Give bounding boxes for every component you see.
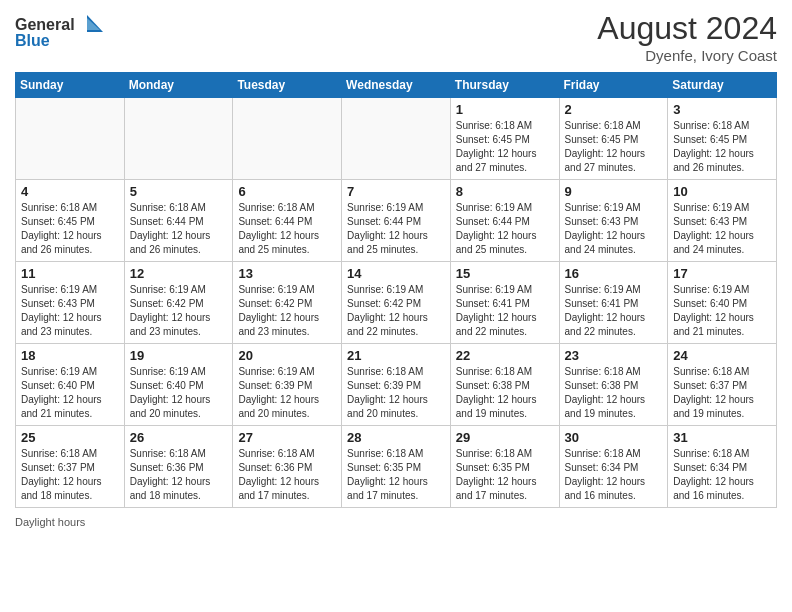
calendar-day-cell: 9Sunrise: 6:19 AMSunset: 6:43 PMDaylight… [559,180,668,262]
day-number: 25 [21,430,119,445]
calendar-day-cell: 31Sunrise: 6:18 AMSunset: 6:34 PMDayligh… [668,426,777,508]
day-info: Sunrise: 6:18 AMSunset: 6:39 PMDaylight:… [347,365,445,421]
calendar-day-cell: 1Sunrise: 6:18 AMSunset: 6:45 PMDaylight… [450,98,559,180]
calendar-day-cell: 3Sunrise: 6:18 AMSunset: 6:45 PMDaylight… [668,98,777,180]
day-info: Sunrise: 6:19 AMSunset: 6:40 PMDaylight:… [673,283,771,339]
calendar-day-cell: 12Sunrise: 6:19 AMSunset: 6:42 PMDayligh… [124,262,233,344]
day-info: Sunrise: 6:18 AMSunset: 6:36 PMDaylight:… [238,447,336,503]
calendar-header-row: SundayMondayTuesdayWednesdayThursdayFrid… [16,73,777,98]
logo-icon: General Blue [15,10,105,55]
day-number: 19 [130,348,228,363]
calendar-day-cell: 18Sunrise: 6:19 AMSunset: 6:40 PMDayligh… [16,344,125,426]
calendar-day-cell: 13Sunrise: 6:19 AMSunset: 6:42 PMDayligh… [233,262,342,344]
calendar-day-cell [342,98,451,180]
logo: General Blue [15,10,105,59]
day-info: Sunrise: 6:19 AMSunset: 6:39 PMDaylight:… [238,365,336,421]
calendar-day-cell: 14Sunrise: 6:19 AMSunset: 6:42 PMDayligh… [342,262,451,344]
calendar-day-cell: 24Sunrise: 6:18 AMSunset: 6:37 PMDayligh… [668,344,777,426]
calendar-day-cell: 6Sunrise: 6:18 AMSunset: 6:44 PMDaylight… [233,180,342,262]
day-number: 26 [130,430,228,445]
calendar-day-cell [16,98,125,180]
day-of-week-header: Friday [559,73,668,98]
day-number: 4 [21,184,119,199]
day-number: 14 [347,266,445,281]
calendar-day-cell: 4Sunrise: 6:18 AMSunset: 6:45 PMDaylight… [16,180,125,262]
day-number: 27 [238,430,336,445]
calendar-day-cell: 20Sunrise: 6:19 AMSunset: 6:39 PMDayligh… [233,344,342,426]
day-info: Sunrise: 6:18 AMSunset: 6:37 PMDaylight:… [21,447,119,503]
calendar-day-cell: 10Sunrise: 6:19 AMSunset: 6:43 PMDayligh… [668,180,777,262]
header: General Blue August 2024 Dyenfe, Ivory C… [15,10,777,64]
day-of-week-header: Sunday [16,73,125,98]
calendar-day-cell: 26Sunrise: 6:18 AMSunset: 6:36 PMDayligh… [124,426,233,508]
day-info: Sunrise: 6:19 AMSunset: 6:44 PMDaylight:… [347,201,445,257]
calendar-day-cell: 11Sunrise: 6:19 AMSunset: 6:43 PMDayligh… [16,262,125,344]
calendar-day-cell: 30Sunrise: 6:18 AMSunset: 6:34 PMDayligh… [559,426,668,508]
day-number: 9 [565,184,663,199]
page: General Blue August 2024 Dyenfe, Ivory C… [0,0,792,612]
day-info: Sunrise: 6:18 AMSunset: 6:45 PMDaylight:… [21,201,119,257]
day-info: Sunrise: 6:18 AMSunset: 6:38 PMDaylight:… [565,365,663,421]
calendar-day-cell: 23Sunrise: 6:18 AMSunset: 6:38 PMDayligh… [559,344,668,426]
calendar-week-row: 4Sunrise: 6:18 AMSunset: 6:45 PMDaylight… [16,180,777,262]
calendar-day-cell [233,98,342,180]
day-number: 15 [456,266,554,281]
day-of-week-header: Wednesday [342,73,451,98]
day-number: 31 [673,430,771,445]
day-number: 17 [673,266,771,281]
day-number: 10 [673,184,771,199]
day-info: Sunrise: 6:18 AMSunset: 6:36 PMDaylight:… [130,447,228,503]
day-info: Sunrise: 6:19 AMSunset: 6:42 PMDaylight:… [238,283,336,339]
svg-text:Blue: Blue [15,32,50,49]
calendar-table: SundayMondayTuesdayWednesdayThursdayFrid… [15,72,777,508]
calendar-week-row: 18Sunrise: 6:19 AMSunset: 6:40 PMDayligh… [16,344,777,426]
day-info: Sunrise: 6:18 AMSunset: 6:44 PMDaylight:… [130,201,228,257]
day-info: Sunrise: 6:19 AMSunset: 6:42 PMDaylight:… [130,283,228,339]
calendar-day-cell: 28Sunrise: 6:18 AMSunset: 6:35 PMDayligh… [342,426,451,508]
day-number: 23 [565,348,663,363]
day-of-week-header: Thursday [450,73,559,98]
calendar-day-cell: 29Sunrise: 6:18 AMSunset: 6:35 PMDayligh… [450,426,559,508]
day-info: Sunrise: 6:19 AMSunset: 6:42 PMDaylight:… [347,283,445,339]
calendar-day-cell: 17Sunrise: 6:19 AMSunset: 6:40 PMDayligh… [668,262,777,344]
calendar-day-cell: 15Sunrise: 6:19 AMSunset: 6:41 PMDayligh… [450,262,559,344]
day-number: 13 [238,266,336,281]
day-number: 6 [238,184,336,199]
calendar-day-cell: 19Sunrise: 6:19 AMSunset: 6:40 PMDayligh… [124,344,233,426]
calendar-week-row: 11Sunrise: 6:19 AMSunset: 6:43 PMDayligh… [16,262,777,344]
day-info: Sunrise: 6:19 AMSunset: 6:43 PMDaylight:… [565,201,663,257]
day-info: Sunrise: 6:18 AMSunset: 6:35 PMDaylight:… [347,447,445,503]
location: Dyenfe, Ivory Coast [597,47,777,64]
day-info: Sunrise: 6:19 AMSunset: 6:40 PMDaylight:… [130,365,228,421]
month-year: August 2024 [597,10,777,47]
day-of-week-header: Monday [124,73,233,98]
day-number: 1 [456,102,554,117]
calendar-day-cell: 25Sunrise: 6:18 AMSunset: 6:37 PMDayligh… [16,426,125,508]
day-of-week-header: Saturday [668,73,777,98]
day-number: 18 [21,348,119,363]
day-number: 22 [456,348,554,363]
day-number: 5 [130,184,228,199]
day-number: 24 [673,348,771,363]
calendar-day-cell: 21Sunrise: 6:18 AMSunset: 6:39 PMDayligh… [342,344,451,426]
day-number: 11 [21,266,119,281]
day-number: 16 [565,266,663,281]
day-of-week-header: Tuesday [233,73,342,98]
day-number: 8 [456,184,554,199]
day-info: Sunrise: 6:18 AMSunset: 6:34 PMDaylight:… [673,447,771,503]
day-info: Sunrise: 6:18 AMSunset: 6:38 PMDaylight:… [456,365,554,421]
day-info: Sunrise: 6:18 AMSunset: 6:37 PMDaylight:… [673,365,771,421]
day-number: 29 [456,430,554,445]
calendar-day-cell: 27Sunrise: 6:18 AMSunset: 6:36 PMDayligh… [233,426,342,508]
calendar-day-cell: 2Sunrise: 6:18 AMSunset: 6:45 PMDaylight… [559,98,668,180]
day-info: Sunrise: 6:19 AMSunset: 6:43 PMDaylight:… [21,283,119,339]
day-number: 7 [347,184,445,199]
day-info: Sunrise: 6:18 AMSunset: 6:35 PMDaylight:… [456,447,554,503]
calendar-day-cell: 5Sunrise: 6:18 AMSunset: 6:44 PMDaylight… [124,180,233,262]
day-info: Sunrise: 6:19 AMSunset: 6:41 PMDaylight:… [565,283,663,339]
day-info: Sunrise: 6:19 AMSunset: 6:44 PMDaylight:… [456,201,554,257]
calendar-week-row: 1Sunrise: 6:18 AMSunset: 6:45 PMDaylight… [16,98,777,180]
calendar-day-cell: 7Sunrise: 6:19 AMSunset: 6:44 PMDaylight… [342,180,451,262]
calendar-day-cell: 8Sunrise: 6:19 AMSunset: 6:44 PMDaylight… [450,180,559,262]
day-info: Sunrise: 6:19 AMSunset: 6:43 PMDaylight:… [673,201,771,257]
